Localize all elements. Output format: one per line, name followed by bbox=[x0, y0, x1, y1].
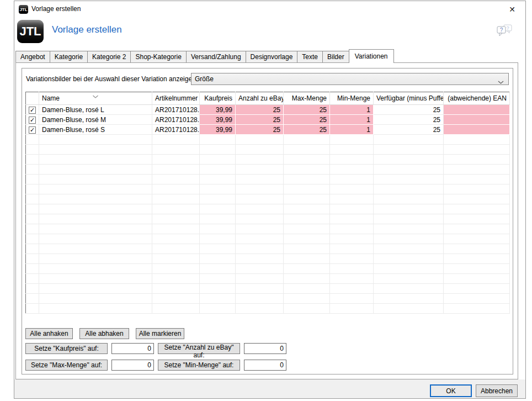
cell-kaufpreis[interactable]: 39,99 bbox=[200, 105, 236, 115]
row-checkbox[interactable]: ✓ bbox=[29, 107, 36, 114]
help-icon[interactable]: ? ? bbox=[495, 23, 514, 40]
empty-cell bbox=[39, 284, 152, 294]
empty-cell bbox=[330, 194, 374, 204]
set-max-menge-button[interactable]: Setze "Max-Menge" auf: bbox=[25, 360, 108, 371]
empty-cell bbox=[284, 184, 330, 194]
cell-name[interactable]: Damen-Bluse, rosé M bbox=[39, 115, 152, 125]
empty-cell bbox=[236, 264, 284, 274]
empty-cell bbox=[284, 135, 330, 145]
set-min-menge-button[interactable]: Setze "Min-Menge" auf: bbox=[158, 360, 240, 371]
empty-cell bbox=[26, 155, 39, 165]
cell-ean[interactable] bbox=[444, 115, 510, 125]
empty-cell bbox=[444, 244, 510, 254]
cell-verfuegbar[interactable]: 25 bbox=[374, 125, 444, 135]
cell-kaufpreis[interactable]: 39,99 bbox=[200, 115, 236, 125]
select-all-button[interactable]: Alle markieren bbox=[136, 328, 184, 339]
empty-cell bbox=[26, 175, 39, 184]
column-header-anzahl_zu_ebay[interactable]: Anzahl zu eBay bbox=[236, 92, 284, 105]
empty-cell bbox=[444, 165, 510, 175]
tab-variationen[interactable]: Variationen bbox=[349, 49, 394, 63]
empty-cell bbox=[330, 204, 374, 214]
column-header-verfuegbar[interactable]: Verfügbar (minus Puffer) bbox=[374, 92, 444, 105]
set-kaufpreis-button[interactable]: Setze "Kaufpreis" auf: bbox=[25, 343, 108, 354]
cell-kaufpreis[interactable]: 39,99 bbox=[200, 125, 236, 135]
empty-cell bbox=[236, 294, 284, 304]
set-anzahl-zu-ebay-input[interactable] bbox=[244, 343, 286, 354]
set-kaufpreis-group: Setze "Kaufpreis" auf: bbox=[25, 343, 155, 354]
empty-cell bbox=[330, 304, 374, 314]
cell-artikelnummer[interactable]: AR201710128... bbox=[152, 115, 200, 125]
set-kaufpreis-input[interactable] bbox=[111, 343, 154, 354]
empty-cell bbox=[39, 254, 152, 264]
check-all-button[interactable]: Alle anhaken bbox=[25, 328, 73, 339]
svg-text:?: ? bbox=[500, 27, 503, 33]
empty-cell bbox=[152, 234, 200, 244]
tab-angebot[interactable]: Angebot bbox=[15, 51, 50, 62]
cell-min_menge[interactable]: 1 bbox=[330, 105, 374, 115]
empty-cell bbox=[152, 155, 200, 165]
cancel-button[interactable]: Abbrechen bbox=[476, 384, 518, 397]
svg-text:?: ? bbox=[506, 25, 509, 31]
empty-cell bbox=[200, 254, 236, 264]
tab-versand-zahlung[interactable]: Versand/Zahlung bbox=[186, 51, 246, 62]
column-header-max_menge[interactable]: Max-Menge bbox=[284, 92, 330, 105]
cell-verfuegbar[interactable]: 25 bbox=[374, 115, 444, 125]
column-header-artikelnummer[interactable]: Artikelnummer bbox=[152, 92, 200, 105]
column-header-check[interactable] bbox=[26, 92, 39, 105]
column-header-kaufpreis[interactable]: Kaufpreis bbox=[200, 92, 236, 105]
cell-name[interactable]: Damen-Bluse, rosé S bbox=[39, 125, 152, 135]
cell-max_menge[interactable]: 25 bbox=[284, 115, 330, 125]
set-anzahl-zu-ebay-button[interactable]: Setze "Anzahl zu eBay" auf: bbox=[158, 343, 240, 354]
cell-ean[interactable] bbox=[444, 105, 510, 115]
empty-cell bbox=[200, 274, 236, 284]
empty-cell bbox=[39, 184, 152, 194]
tab-kategorie[interactable]: Kategorie bbox=[50, 51, 88, 62]
dialog-vorlage-erstellen: JTL Vorlage erstellen ✕ JTL Vorlage erst… bbox=[14, 1, 526, 399]
column-header-min_menge[interactable]: Min-Menge bbox=[330, 92, 374, 105]
row-checkbox[interactable]: ✓ bbox=[29, 126, 36, 134]
cell-max_menge[interactable]: 25 bbox=[284, 125, 330, 135]
cell-min_menge[interactable]: 1 bbox=[330, 115, 374, 125]
cell-min_menge[interactable]: 1 bbox=[330, 125, 374, 135]
cell-verfuegbar[interactable]: 25 bbox=[374, 105, 444, 115]
ok-button[interactable]: OK bbox=[430, 384, 472, 397]
set-anzahl-zu-ebay-group: Setze "Anzahl zu eBay" auf: bbox=[158, 343, 288, 354]
cell-anzahl_zu_ebay[interactable]: 25 bbox=[236, 125, 284, 135]
cell-max_menge[interactable]: 25 bbox=[284, 105, 330, 115]
set-max-menge-input[interactable] bbox=[111, 360, 154, 371]
cell-ean[interactable] bbox=[444, 125, 510, 135]
cell-check: ✓ bbox=[26, 125, 39, 135]
empty-cell bbox=[152, 194, 200, 204]
close-icon[interactable]: ✕ bbox=[507, 4, 518, 15]
cell-anzahl_zu_ebay[interactable]: 25 bbox=[236, 115, 284, 125]
empty-cell bbox=[152, 145, 200, 155]
cell-anzahl_zu_ebay[interactable]: 25 bbox=[236, 105, 284, 115]
column-header-name[interactable]: Name bbox=[39, 92, 152, 105]
empty-cell bbox=[374, 284, 444, 294]
empty-cell bbox=[39, 274, 152, 284]
variation-combobox[interactable]: Größe bbox=[191, 73, 509, 85]
row-checkbox[interactable]: ✓ bbox=[29, 117, 36, 124]
empty-cell bbox=[26, 304, 39, 314]
empty-cell bbox=[374, 224, 444, 234]
tab-shop-kategorie[interactable]: Shop-Kategorie bbox=[130, 51, 186, 62]
tab-designvorlage[interactable]: Designvorlage bbox=[246, 51, 298, 62]
cell-name[interactable]: Damen-Bluse, rosé L bbox=[39, 105, 152, 115]
empty-cell bbox=[152, 165, 200, 175]
cell-artikelnummer[interactable]: AR201710128... bbox=[152, 105, 200, 115]
tab-bilder[interactable]: Bilder bbox=[322, 51, 349, 62]
empty-cell bbox=[236, 254, 284, 264]
empty-cell bbox=[374, 214, 444, 224]
tab-kategorie-2[interactable]: Kategorie 2 bbox=[87, 51, 131, 62]
empty-cell bbox=[374, 274, 444, 284]
set-min-menge-input[interactable] bbox=[244, 360, 286, 371]
empty-cell bbox=[26, 194, 39, 204]
empty-cell bbox=[284, 304, 330, 314]
empty-cell bbox=[284, 175, 330, 184]
column-header-ean[interactable]: (abweichende) EAN bbox=[444, 92, 510, 105]
tab-texte[interactable]: Texte bbox=[297, 51, 323, 62]
uncheck-all-button[interactable]: Alle abhaken bbox=[79, 328, 129, 339]
empty-cell bbox=[444, 214, 510, 224]
cell-artikelnummer[interactable]: AR201710128... bbox=[152, 125, 200, 135]
empty-cell bbox=[284, 165, 330, 175]
